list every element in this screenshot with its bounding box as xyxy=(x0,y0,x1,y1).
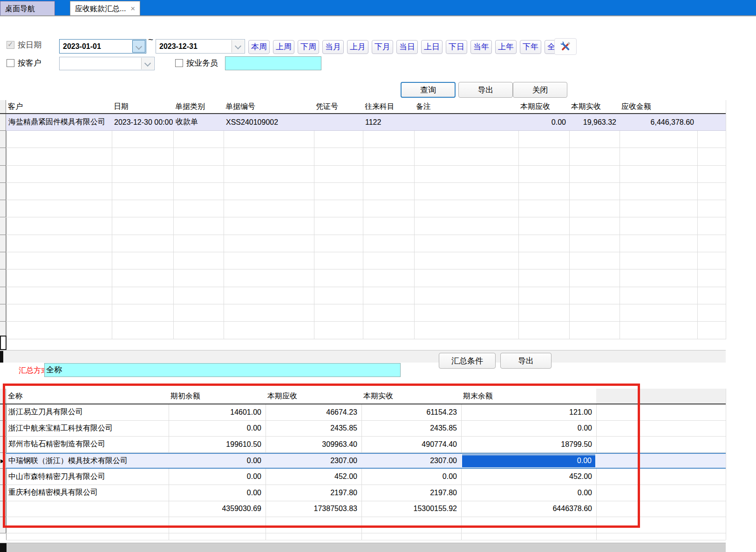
detail-cell[interactable]: 海盐精鼎紧固件模具有限公司 xyxy=(7,114,111,130)
summary-cell[interactable]: 0.00 xyxy=(362,469,461,485)
summary-cell[interactable]: 452.00 xyxy=(462,469,596,485)
row-header-cell[interactable] xyxy=(0,252,6,269)
quick-range-button[interactable]: 上周 xyxy=(273,40,294,54)
row-header-cell[interactable]: ▶ xyxy=(0,453,6,469)
summary-cell[interactable]: 2307.00 xyxy=(266,454,361,468)
row-header-cell[interactable] xyxy=(0,183,6,200)
quick-range-button[interactable]: 下日 xyxy=(446,40,467,54)
quick-range-button[interactable]: 当年 xyxy=(470,40,492,54)
summary-cell[interactable]: 2307.00 xyxy=(362,454,461,468)
row-header-cell[interactable] xyxy=(0,235,6,252)
column-header[interactable]: 应收金额 xyxy=(621,100,695,113)
summary-cell[interactable]: 2435.85 xyxy=(362,421,461,437)
column-header[interactable]: 本期实收 xyxy=(571,100,618,113)
row-header-cell[interactable] xyxy=(0,517,6,533)
summary-cell[interactable]: 0.00 xyxy=(169,469,265,485)
detail-cell[interactable]: 6,446,378.60 xyxy=(620,114,697,130)
column-header[interactable]: 本期实收 xyxy=(363,389,459,404)
date-from-combobox[interactable]: 2023-01-01 xyxy=(59,39,146,54)
quick-range-button[interactable]: 下周 xyxy=(298,40,319,54)
column-header[interactable]: 单据类别 xyxy=(175,100,222,113)
detail-cell[interactable] xyxy=(314,114,362,130)
date-tools-button[interactable] xyxy=(554,38,577,55)
column-header[interactable]: 本期应收 xyxy=(520,100,567,113)
summary-row[interactable]: 郑州市钻石精密制造有限公司199610.50309963.40490774.40… xyxy=(6,437,726,453)
quick-range-button[interactable]: 上月 xyxy=(347,40,368,54)
summary-cell[interactable]: 199610.50 xyxy=(169,437,265,452)
by-date-checkbox[interactable]: ✓ xyxy=(7,41,14,49)
row-header-cell[interactable] xyxy=(0,469,6,485)
date-to-dropdown-button[interactable] xyxy=(232,40,244,53)
summary-row[interactable]: 重庆利创精密模具有限公司0.002197.802197.800.00 xyxy=(6,485,726,501)
summary-cell[interactable]: 重庆利创精密模具有限公司 xyxy=(7,485,168,501)
tab-desktop-nav[interactable]: 桌面导航 xyxy=(0,1,55,15)
summary-export-button[interactable]: 导出 xyxy=(500,353,552,369)
summary-cell[interactable]: 中瑞钢联（浙江）模具技术有限公司 xyxy=(7,454,168,468)
column-header[interactable]: 日期 xyxy=(114,100,171,113)
row-header-cell[interactable] xyxy=(0,501,6,518)
row-header-cell[interactable] xyxy=(0,200,6,217)
summary-cell[interactable]: 46674.23 xyxy=(266,404,361,420)
summary-row[interactable]: 中山市森特精密刀具有限公司0.00452.000.00452.00 xyxy=(6,469,726,485)
row-header-cell[interactable] xyxy=(0,404,6,421)
column-header[interactable]: 备注 xyxy=(416,100,517,113)
customer-dropdown-button[interactable] xyxy=(141,58,154,69)
column-header[interactable]: 客户 xyxy=(8,100,110,113)
detail-row[interactable]: 海盐精鼎紧固件模具有限公司2023-12-30 00:00收款单XSS24010… xyxy=(6,114,726,131)
detail-cell[interactable]: 收款单 xyxy=(174,114,223,130)
summary-cell[interactable]: 浙江中航来宝精工科技有限公司 xyxy=(7,421,168,437)
summary-cell[interactable]: 0.00 xyxy=(462,485,596,501)
row-header-cell[interactable] xyxy=(0,131,6,148)
summary-mode-field[interactable]: 全称 xyxy=(44,363,401,377)
close-button[interactable]: 关闭 xyxy=(513,82,567,98)
quick-range-button[interactable]: 下月 xyxy=(372,40,393,54)
summary-cell[interactable]: 309963.40 xyxy=(266,437,361,452)
summary-cell[interactable]: 490774.40 xyxy=(362,437,461,452)
row-header-cell[interactable] xyxy=(0,304,6,322)
customer-combobox[interactable] xyxy=(59,57,155,70)
summary-cell[interactable]: 2435.85 xyxy=(266,421,361,437)
date-to-combobox[interactable]: 2023-12-31 xyxy=(156,39,245,54)
row-header-cell[interactable] xyxy=(0,114,6,131)
query-button[interactable]: 查询 xyxy=(401,82,456,98)
scrollbar-thumb[interactable] xyxy=(0,543,7,552)
summary-cell[interactable]: 0.00 xyxy=(169,485,265,501)
summary-cell[interactable]: 18799.50 xyxy=(462,437,596,452)
row-header-cell[interactable] xyxy=(0,166,6,183)
detail-grid-hscrollbar[interactable] xyxy=(0,350,726,363)
by-salesman-checkbox[interactable] xyxy=(175,59,183,67)
column-header[interactable]: 期初余额 xyxy=(170,389,264,404)
detail-cell[interactable]: 1122 xyxy=(363,114,414,130)
row-header-cell[interactable] xyxy=(0,218,6,235)
column-header[interactable]: 期末余额 xyxy=(463,389,594,404)
quick-range-button[interactable]: 上年 xyxy=(495,40,517,54)
column-header[interactable]: 本期应收 xyxy=(267,389,360,404)
summary-grid-hscrollbar[interactable] xyxy=(0,543,726,552)
summary-cell[interactable]: 121.00 xyxy=(462,404,596,420)
detail-cell[interactable]: XSS240109002 xyxy=(224,114,313,130)
column-header[interactable]: 往来科目 xyxy=(365,100,412,113)
row-header-cell[interactable] xyxy=(0,485,6,501)
detail-cell[interactable] xyxy=(415,114,518,130)
summary-row[interactable]: 浙江中航来宝精工科技有限公司0.002435.852435.850.00 xyxy=(6,421,726,437)
quick-range-button[interactable]: 当日 xyxy=(396,40,418,54)
column-header[interactable]: 全称 xyxy=(8,389,167,404)
row-header-cell[interactable] xyxy=(0,148,6,165)
quick-range-button[interactable]: 下年 xyxy=(520,40,541,54)
column-header[interactable]: 单据编号 xyxy=(225,100,312,113)
summary-cell[interactable]: 2197.80 xyxy=(266,485,361,501)
export-button[interactable]: 导出 xyxy=(458,82,513,98)
summary-cell[interactable]: 2197.80 xyxy=(362,485,461,501)
summary-cell[interactable]: 0.00 xyxy=(169,421,265,437)
summary-cell[interactable]: 郑州市钻石精密制造有限公司 xyxy=(7,437,168,452)
scrollbar-thumb[interactable] xyxy=(0,351,3,363)
tab-receivable-summary[interactable]: 应收账款汇总...× xyxy=(70,1,140,15)
row-header-cell[interactable] xyxy=(0,437,6,453)
summary-cell[interactable]: 0.00 xyxy=(169,454,265,468)
summary-cell[interactable]: 14601.00 xyxy=(169,404,265,420)
row-header-cell[interactable] xyxy=(0,421,6,437)
date-from-dropdown-button[interactable] xyxy=(132,40,145,53)
summary-cell[interactable]: 452.00 xyxy=(266,469,361,485)
quick-range-button[interactable]: 上日 xyxy=(421,40,443,54)
detail-cell[interactable]: 19,963.32 xyxy=(570,114,619,130)
